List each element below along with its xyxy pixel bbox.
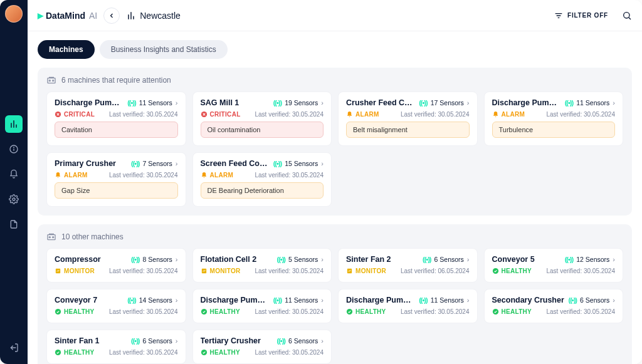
- sensor-count[interactable]: ((•))17 Sensors›: [419, 99, 469, 107]
- sensor-count[interactable]: ((•))6 Sensors›: [423, 256, 469, 263]
- machine-card[interactable]: Flotation Cell 2((•))5 Sensors›MONITORLa…: [192, 248, 332, 283]
- section-header: 6 machines that require attention: [46, 75, 623, 85]
- status-icon: [55, 172, 61, 179]
- chevron-right-icon: ›: [467, 256, 470, 263]
- chart-bar-icon: [126, 11, 136, 21]
- machine-card[interactable]: Secondary Crusher((•))6 Sensors›HEALTHYL…: [484, 289, 624, 323]
- status-icon: [201, 111, 208, 118]
- sensor-count[interactable]: ((•))12 Sensors›: [565, 256, 615, 263]
- signal-icon: ((•)): [127, 99, 136, 107]
- sensor-count[interactable]: ((•))11 Sensors›: [419, 296, 469, 304]
- sensor-count[interactable]: ((•))14 Sensors›: [127, 296, 177, 304]
- machine-card[interactable]: Conveyor 5((•))12 Sensors›HEALTHYLast ve…: [484, 248, 624, 283]
- status-badge: MONITOR: [346, 268, 386, 274]
- machine-card[interactable]: Discharge Pump 19((•))11 Sensors›HEALTHY…: [192, 289, 332, 323]
- sensor-count[interactable]: ((•))8 Sensors›: [131, 256, 177, 263]
- signal-icon: ((•)): [131, 337, 140, 345]
- sidebar-nav-info[interactable]: [5, 140, 23, 158]
- chevron-right-icon: ›: [176, 296, 178, 304]
- sensor-count[interactable]: ((•))6 Sensors›: [131, 337, 177, 345]
- sidebar-logout[interactable]: [5, 339, 23, 356]
- machine-card[interactable]: Sinter Fan 1((•))6 Sensors›HEALTHYLast v…: [46, 330, 186, 364]
- reason-badge: DE Bearing Deterioration: [201, 182, 324, 199]
- brand-logo-icon: ▶: [38, 11, 43, 20]
- breadcrumb-location[interactable]: Newcastle: [126, 11, 181, 21]
- sidebar-nav-notifications[interactable]: [5, 165, 23, 183]
- sidebar-nav-machines[interactable]: [5, 115, 23, 133]
- machine-name: Compressor: [55, 255, 127, 264]
- chevron-right-icon: ›: [176, 160, 178, 167]
- tab-0[interactable]: Machines: [38, 40, 95, 59]
- sensor-count[interactable]: ((•))11 Sensors›: [273, 296, 324, 304]
- status-icon: [201, 308, 208, 315]
- svg-point-17: [53, 237, 54, 238]
- sidebar-nav-settings[interactable]: [5, 190, 23, 208]
- machine-card[interactable]: Tertiary Crusher((•))6 Sensors›HEALTHYLa…: [192, 330, 332, 364]
- sensor-count[interactable]: ((•))19 Sensors›: [273, 99, 324, 107]
- last-verified: Last verified: 30.05.2024: [109, 172, 178, 179]
- brand: ▶ DataMind AI: [38, 11, 97, 21]
- chevron-right-icon: ›: [176, 337, 178, 345]
- sensor-count[interactable]: ((•))15 Sensors›: [273, 160, 324, 167]
- signal-icon: ((•)): [127, 296, 136, 304]
- last-verified: Last verified: 30.05.2024: [255, 111, 324, 118]
- status-icon: [492, 308, 499, 315]
- signal-icon: ((•)): [277, 337, 286, 345]
- location-name: Newcastle: [140, 11, 181, 21]
- machine-name: Crusher Feed Conveyor: [346, 98, 415, 107]
- status-badge: HEALTHY: [55, 308, 95, 315]
- tabs: MachinesBusiness Insights and Statistics: [38, 40, 632, 59]
- status-icon: [492, 268, 499, 274]
- status-icon: [55, 308, 61, 315]
- filter-button[interactable]: FILTER OFF: [554, 11, 608, 21]
- signal-icon: ((•)): [273, 99, 282, 107]
- status-badge: HEALTHY: [201, 349, 241, 356]
- machine-card[interactable]: Discharge Pump 24((•))11 Sensors›ALARMLa…: [484, 91, 624, 146]
- machine-card[interactable]: Sinter Fan 2((•))6 Sensors›MONITORLast v…: [338, 248, 478, 283]
- sidebar-nav-reports[interactable]: [5, 216, 23, 233]
- sensor-count[interactable]: ((•))11 Sensors›: [565, 99, 615, 107]
- signal-icon: ((•)): [277, 256, 286, 263]
- arrow-left-icon: [108, 12, 115, 19]
- last-verified: Last verified: 30.05.2024: [255, 349, 324, 356]
- sensor-count[interactable]: ((•))11 Sensors›: [127, 99, 177, 107]
- filter-label: FILTER OFF: [567, 12, 608, 19]
- status-badge: CRITICAL: [201, 111, 241, 118]
- signal-icon: ((•)): [131, 256, 140, 263]
- machine-card[interactable]: Conveyor 7((•))14 Sensors›HEALTHYLast ve…: [46, 289, 186, 323]
- section-title: 10 other machines: [61, 232, 124, 241]
- tab-1[interactable]: Business Insights and Statistics: [100, 40, 228, 59]
- avatar[interactable]: [5, 5, 23, 23]
- section-header: 10 other machines: [46, 232, 623, 242]
- status-badge: HEALTHY: [346, 308, 386, 315]
- chevron-right-icon: ›: [321, 256, 324, 263]
- status-badge: ALARM: [201, 172, 234, 179]
- search-button[interactable]: [622, 11, 632, 21]
- machine-card[interactable]: Screen Feed Conveyor((•))15 Sensors›ALAR…: [192, 152, 332, 207]
- machine-card[interactable]: SAG Mill 1((•))19 Sensors›CRITICALLast v…: [192, 91, 332, 146]
- info-icon: [9, 144, 19, 154]
- machine-name: Screen Feed Conveyor: [201, 159, 270, 168]
- machine-card[interactable]: Discharge Pump 23((•))11 Sensors›CRITICA…: [46, 91, 186, 146]
- signal-icon: ((•)): [273, 160, 282, 167]
- sensor-count[interactable]: ((•))5 Sensors›: [277, 256, 324, 263]
- machine-card[interactable]: Primary Crusher((•))7 Sensors›ALARMLast …: [46, 152, 186, 207]
- last-verified: Last verified: 30.05.2024: [109, 111, 178, 118]
- last-verified: Last verified: 30.05.2024: [546, 111, 615, 118]
- last-verified: Last verified: 30.05.2024: [546, 308, 615, 315]
- last-verified: Last verified: 30.05.2024: [255, 268, 324, 274]
- last-verified: Last verified: 30.05.2024: [546, 268, 615, 274]
- sensor-count[interactable]: ((•))7 Sensors›: [131, 160, 177, 167]
- machine-card[interactable]: Compressor((•))8 Sensors›MONITORLast ver…: [46, 248, 186, 283]
- machine-card[interactable]: Crusher Feed Conveyor((•))17 Sensors›ALA…: [338, 91, 478, 146]
- bell-icon: [9, 169, 19, 179]
- filter-icon: [554, 11, 564, 21]
- section-title: 6 machines that require attention: [61, 76, 171, 85]
- sensor-count[interactable]: ((•))6 Sensors›: [569, 296, 615, 304]
- machine-card[interactable]: Discharge Pump 22((•))11 Sensors›HEALTHY…: [338, 289, 478, 323]
- sensor-count[interactable]: ((•))6 Sensors›: [277, 337, 324, 345]
- chevron-right-icon: ›: [613, 296, 615, 304]
- reason-badge: Gap Size: [55, 182, 178, 199]
- reason-badge: Oil contamination: [201, 122, 324, 138]
- back-button[interactable]: [103, 8, 120, 24]
